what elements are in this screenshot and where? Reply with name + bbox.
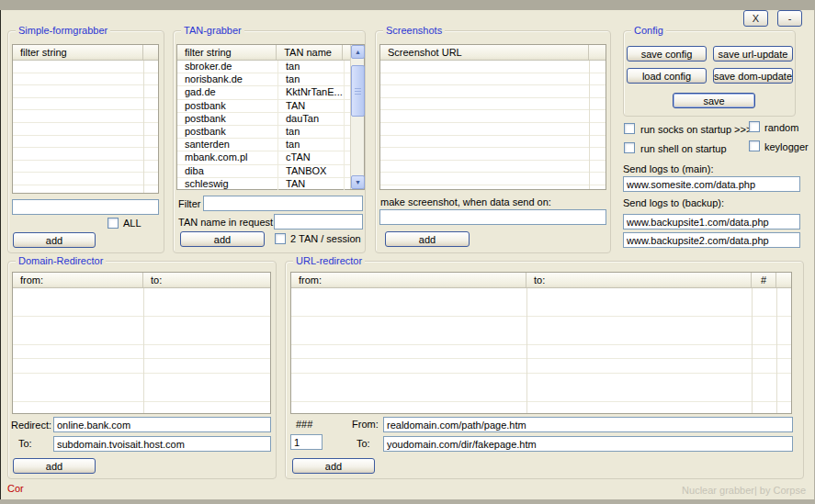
url-to-label: To: [357,438,370,449]
domain-redirect-table[interactable]: from: to: [12,272,271,414]
send-logs-backup2-input[interactable] [623,232,800,248]
close-button[interactable]: X [743,10,768,27]
redirect-from-input[interactable] [53,417,271,432]
tan-name-request-label: TAN name in request [178,217,273,228]
cell-tan: TANBOX [278,165,345,177]
two-tan-session-checkbox[interactable] [275,233,286,244]
formgrabber-add-button[interactable]: add [13,232,96,248]
list-body[interactable] [13,61,158,193]
url-from-label: From: [352,419,379,430]
screenshot-trigger-input[interactable] [379,209,606,225]
table-body[interactable]: sbroker.detan norisbank.detan gad.deKktN… [177,61,350,189]
screenshot-url-list[interactable]: Screenshot URL [379,44,606,190]
url-from-input[interactable] [383,417,793,432]
formgrabber-filter-input[interactable] [12,199,159,215]
count-label: ### [296,419,312,430]
tan-add-button[interactable]: add [180,231,265,247]
column-header-tan-name[interactable]: TAN name [277,45,343,60]
column-divider [776,288,777,413]
table-row[interactable]: postbankTAN [177,100,350,113]
run-shell-label: run shell on startup [640,143,727,154]
save-dom-update-button[interactable]: save dom-update [713,68,793,84]
tan-filter-input[interactable] [203,196,363,211]
table-row[interactable]: gad.deKktNrTanE... [177,86,350,99]
save-config-button[interactable]: save config [627,46,707,62]
cell-tan: tan [278,61,345,73]
column-header-screenshot-url[interactable]: Screenshot URL [380,45,589,60]
window-bottom-edge [0,499,815,504]
scrollbar-up-button[interactable]: ▲ [351,45,365,59]
domain-add-button[interactable]: add [13,458,96,474]
group-title: TAN-grabber [181,25,244,36]
run-shell-checkbox[interactable] [624,142,635,153]
save-url-update-button[interactable]: save url-update [713,46,793,62]
scrollbar-down-button[interactable]: ▼ [351,175,365,189]
random-checkbox[interactable] [749,121,760,132]
tan-name-request-input[interactable] [274,214,363,230]
column-divider [143,61,144,193]
run-socks-label: run socks on startup >>> [640,124,752,135]
scrollbar[interactable]: ▲ ▼ [350,45,364,189]
footer-left-text: Cor [7,483,24,494]
run-socks-checkbox[interactable] [624,123,635,134]
cell-tan: KktNrTanE... [278,86,345,98]
table-row[interactable]: sbroker.detan [177,61,350,73]
cell-filter: santerden [177,139,278,151]
column-header-to[interactable]: to: [143,273,270,287]
two-tan-session-label: 2 TAN / session [290,233,361,244]
screenshots-add-button[interactable]: add [385,231,470,247]
url-to-input[interactable] [383,436,793,452]
table-body[interactable] [291,288,791,413]
column-header-filter-string[interactable]: filter string [13,45,143,60]
table-row[interactable]: santerdentan [177,139,350,151]
random-label: random [764,122,798,133]
app-window: X - Simple-formgrabber filter string ALL… [0,0,815,504]
keylogger-label: keylogger [764,141,809,152]
cell-filter: norisbank.de [177,73,278,85]
table-header: filter string TAN name [177,45,350,61]
redirect-label: Redirect: [11,420,51,431]
table-row[interactable]: postbankdauTan [177,113,350,126]
count-input[interactable] [290,434,323,450]
redirect-to-label: To: [18,438,32,449]
url-add-button[interactable]: add [292,458,375,474]
all-checkbox[interactable] [108,218,119,229]
table-row[interactable]: dibaTANBOX [177,165,350,178]
column-header-from[interactable]: from: [13,273,143,287]
formgrabber-filter-list[interactable]: filter string [12,44,159,194]
list-body[interactable] [380,61,606,189]
group-title: Simple-formgrabber [16,25,110,36]
redirect-to-input[interactable] [53,436,271,452]
column-divider [589,61,590,189]
keylogger-checkbox[interactable] [749,140,760,151]
cell-filter: mbank.com.pl [177,151,278,163]
footer-right-text: Nuclear grabber| by Corpse [682,485,806,496]
table-body[interactable] [13,288,270,413]
column-header-from[interactable]: from: [291,273,526,287]
send-logs-backup1-input[interactable] [623,214,800,230]
send-logs-main-input[interactable] [623,176,800,192]
group-title: URL-redirector [293,255,365,266]
list-header: filter string [13,45,158,61]
load-config-button[interactable]: load config [627,68,707,84]
table-row[interactable]: norisbank.detan [177,73,350,86]
table-row[interactable]: schleswigTAN [177,178,350,191]
minimize-button[interactable]: - [777,10,802,27]
column-header-spacer [143,45,158,60]
column-divider [526,288,527,413]
column-header-count[interactable]: # [752,273,776,287]
screenshot-trigger-label: make screenshot, when data send on: [380,196,551,207]
url-redirect-table[interactable]: from: to: # [290,272,792,414]
table-row[interactable]: mbank.com.plcTAN [177,151,350,164]
save-button[interactable]: save [673,93,755,108]
cell-tan: tan [278,73,345,85]
tan-filter-table[interactable]: filter string TAN name sbroker.detan nor… [176,44,365,190]
column-header-to[interactable]: to: [526,273,752,287]
column-header-filter-string[interactable]: filter string [177,45,277,60]
column-header-spacer [776,273,791,287]
scrollbar-thumb[interactable] [351,65,365,117]
table-row[interactable]: postbanktan [177,126,350,139]
table-header: from: to: # [291,273,791,288]
group-title: Config [631,25,666,36]
cell-filter: postbank [177,113,278,125]
